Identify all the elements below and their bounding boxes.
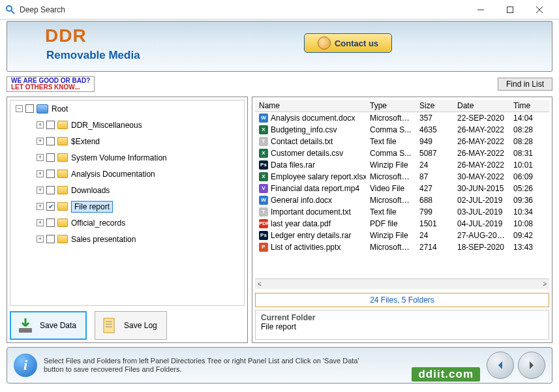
file-type-icon: Ps — [259, 231, 268, 240]
tree-checkbox[interactable] — [46, 137, 55, 145]
directory-tree[interactable]: − Root +DDR_Miscellaneous+$Extend+System… — [10, 100, 245, 306]
sub-toolbar: WE ARE GOOD OR BAD? LET OTHERS KNOW... F… — [7, 76, 552, 93]
tree-item[interactable]: +✔File report — [10, 198, 244, 215]
file-list-header: Name Type Size Date Time — [255, 100, 549, 112]
save-log-button[interactable]: Save Log — [95, 311, 167, 340]
title-bar: Deep Search — [0, 0, 559, 20]
file-row[interactable]: PList of activities.pptxMicrosoft S...27… — [255, 241, 549, 253]
expand-icon[interactable]: + — [37, 170, 44, 177]
file-type-icon: X — [259, 125, 268, 134]
tree-checkbox[interactable] — [46, 219, 55, 227]
tree-checkbox[interactable]: ✔ — [46, 202, 55, 211]
col-header-date[interactable]: Date — [453, 100, 509, 112]
file-row[interactable]: PsData files.rarWinzip File2426-MAY-2022… — [255, 159, 549, 171]
file-time: 09:36 — [509, 194, 542, 206]
tree-checkbox[interactable] — [25, 104, 34, 113]
maximize-button[interactable] — [495, 0, 524, 20]
file-row[interactable]: XCustomer details.csvComma S...508726-MA… — [255, 147, 549, 159]
file-row[interactable]: PsLedger entry details.rarWinzip File242… — [255, 230, 549, 241]
file-summary: 24 Files, 5 Folders — [255, 293, 549, 307]
tree-item[interactable]: +Official_records — [10, 215, 244, 231]
file-type-icon: Ps — [259, 160, 268, 170]
file-name: Data files.rar — [271, 160, 315, 170]
current-folder-value: File report — [261, 322, 543, 331]
file-row[interactable]: WGeneral info.docxMicrosoft S...68802-JU… — [255, 194, 549, 206]
file-time: 13:43 — [509, 241, 542, 253]
file-list[interactable]: WAnalysis document.docxMicrosoft S...357… — [255, 112, 549, 279]
file-time: 14:04 — [509, 112, 542, 124]
tree-item[interactable]: +Analysis Documentation — [10, 166, 244, 182]
file-date: 30-MAY-2022 — [453, 171, 509, 183]
file-name: Employee salary report.xlsx — [271, 172, 366, 181]
expand-icon[interactable]: − — [16, 105, 23, 112]
folder-icon — [57, 202, 68, 211]
file-type: Text file — [366, 136, 415, 147]
review-box[interactable]: WE ARE GOOD OR BAD? LET OTHERS KNOW... — [7, 76, 95, 92]
col-header-type[interactable]: Type — [366, 100, 415, 112]
tree-checkbox[interactable] — [46, 235, 55, 243]
col-header-size[interactable]: Size — [415, 100, 453, 112]
file-type: PDF file — [366, 218, 415, 230]
file-type: Video File — [366, 183, 415, 194]
expand-icon[interactable]: + — [37, 203, 44, 210]
file-row[interactable]: TImportant document.txtText file79903-JU… — [255, 206, 549, 218]
find-in-list-button[interactable]: Find in List — [498, 78, 552, 91]
horizontal-scrollbar[interactable]: <> — [255, 279, 549, 289]
file-type-icon: X — [259, 149, 268, 158]
tree-item-label: System Volume Information — [71, 153, 167, 162]
expand-icon[interactable]: + — [37, 219, 44, 226]
expand-icon[interactable]: + — [37, 187, 44, 194]
col-header-name[interactable]: Name — [255, 100, 366, 112]
file-row[interactable]: XBudgeting_info.csvComma S...463526-MAY-… — [255, 124, 549, 136]
file-time: 08:28 — [509, 124, 542, 136]
file-row[interactable]: PDFlast year data.pdfPDF file150104-JUL-… — [255, 218, 549, 230]
minimize-button[interactable] — [466, 0, 495, 20]
close-button[interactable] — [524, 0, 554, 20]
file-type: Winzip File — [366, 230, 415, 241]
expand-icon[interactable]: + — [37, 121, 44, 128]
tree-item[interactable]: +Sales presentation — [10, 231, 244, 247]
save-data-button[interactable]: Save Data — [10, 311, 87, 340]
file-name: Contact details.txt — [271, 137, 333, 146]
tree-item[interactable]: +$Extend — [10, 133, 244, 149]
tree-root[interactable]: − Root — [10, 100, 244, 117]
file-size: 688 — [415, 194, 453, 206]
tree-item[interactable]: +Downloads — [10, 182, 244, 198]
file-time: 10:01 — [509, 159, 542, 171]
file-row[interactable]: TContact details.txtText file94926-MAY-2… — [255, 136, 549, 147]
file-row[interactable]: VFinancial data report.mp4Video File4273… — [255, 183, 549, 194]
expand-icon[interactable]: + — [37, 235, 44, 243]
file-type: Text file — [366, 206, 415, 218]
watermark: ddiit.com — [412, 367, 480, 382]
nav-forward-button[interactable] — [518, 352, 545, 379]
tree-item[interactable]: +System Volume Information — [10, 149, 244, 166]
file-name: Ledger entry details.rar — [271, 231, 351, 240]
file-type-icon: W — [259, 113, 268, 123]
file-row[interactable]: XEmployee salary report.xlsxMicrosoft S.… — [255, 171, 549, 183]
save-data-icon — [16, 316, 35, 335]
folder-icon — [57, 219, 68, 227]
tree-checkbox[interactable] — [46, 121, 55, 129]
info-icon: i — [14, 354, 37, 377]
file-size: 2714 — [415, 241, 453, 253]
file-name: Financial data report.mp4 — [271, 184, 359, 193]
file-time: 09:42 — [509, 230, 542, 241]
tree-item-label: File report — [71, 201, 113, 213]
tree-checkbox[interactable] — [46, 153, 55, 162]
file-date: 26-MAY-2022 — [453, 136, 509, 147]
file-row[interactable]: WAnalysis document.docxMicrosoft S...357… — [255, 112, 549, 124]
file-type: Winzip File — [366, 159, 415, 171]
col-header-time[interactable]: Time — [509, 100, 542, 112]
expand-icon[interactable]: + — [37, 138, 44, 145]
expand-icon[interactable]: + — [37, 154, 44, 161]
folder-icon — [57, 186, 68, 194]
nav-back-button[interactable] — [487, 352, 514, 379]
file-size: 1501 — [415, 218, 453, 230]
tree-root-label: Root — [52, 104, 68, 113]
contact-us-button[interactable]: Contact us — [304, 33, 392, 53]
file-list-panel: Name Type Size Date Time WAnalysis docum… — [252, 97, 552, 343]
tree-checkbox[interactable] — [46, 186, 55, 194]
file-date: 04-JUL-2019 — [453, 218, 509, 230]
tree-checkbox[interactable] — [46, 170, 55, 178]
tree-item[interactable]: +DDR_Miscellaneous — [10, 117, 244, 133]
